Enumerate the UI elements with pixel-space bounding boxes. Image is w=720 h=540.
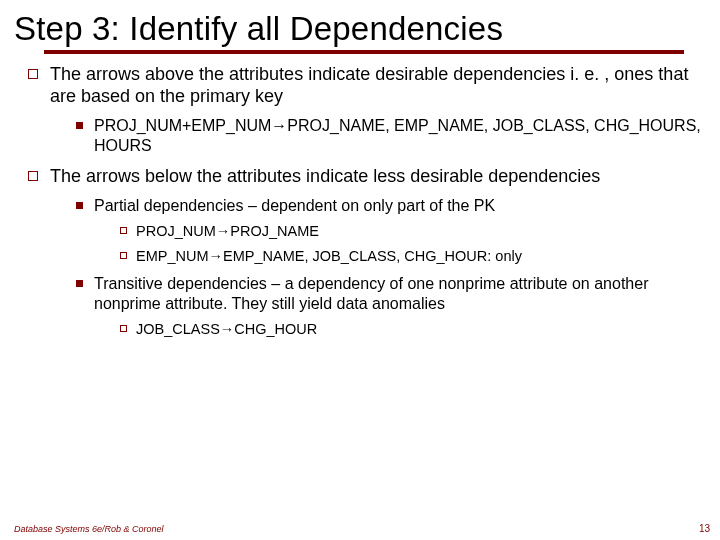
bullet-text: The arrows below the attributes indicate…	[50, 166, 600, 186]
slide-title: Step 3: Identify all Dependencies	[14, 10, 706, 48]
subsub-text: EMP_NUM→EMP_NAME, JOB_CLASS, CHG_HOUR: o…	[136, 248, 522, 264]
footer-text: Database Systems 6e/Rob & Coronel	[14, 524, 164, 534]
bullet-item: The arrows above the attributes indicate…	[22, 64, 706, 156]
bullet-text: The arrows above the attributes indicate…	[50, 64, 688, 106]
slide: Step 3: Identify all Dependencies The ar…	[0, 0, 720, 540]
bullet-list: The arrows above the attributes indicate…	[14, 64, 706, 338]
title-rule	[44, 50, 684, 54]
sub-text: Transitive dependencies – a dependency o…	[94, 275, 648, 312]
sub-list: PROJ_NUM+EMP_NUM→PROJ_NAME, EMP_NAME, JO…	[50, 116, 706, 156]
sub-item: Transitive dependencies – a dependency o…	[72, 274, 706, 339]
sub-item: Partial dependencies – dependent on only…	[72, 196, 706, 266]
sub-text: Partial dependencies – dependent on only…	[94, 197, 495, 214]
subsub-text: JOB_CLASS→CHG_HOUR	[136, 321, 317, 337]
subsub-text: PROJ_NUM→PROJ_NAME	[136, 223, 319, 239]
page-number: 13	[699, 523, 710, 534]
subsub-item: JOB_CLASS→CHG_HOUR	[116, 320, 706, 339]
sub-list: Partial dependencies – dependent on only…	[50, 196, 706, 339]
sub-item: PROJ_NUM+EMP_NUM→PROJ_NAME, EMP_NAME, JO…	[72, 116, 706, 156]
subsub-list: PROJ_NUM→PROJ_NAME EMP_NUM→EMP_NAME, JOB…	[94, 222, 706, 266]
sub-text: PROJ_NUM+EMP_NUM→PROJ_NAME, EMP_NAME, JO…	[94, 117, 701, 154]
subsub-list: JOB_CLASS→CHG_HOUR	[94, 320, 706, 339]
subsub-item: EMP_NUM→EMP_NAME, JOB_CLASS, CHG_HOUR: o…	[116, 247, 706, 266]
bullet-item: The arrows below the attributes indicate…	[22, 166, 706, 338]
subsub-item: PROJ_NUM→PROJ_NAME	[116, 222, 706, 241]
